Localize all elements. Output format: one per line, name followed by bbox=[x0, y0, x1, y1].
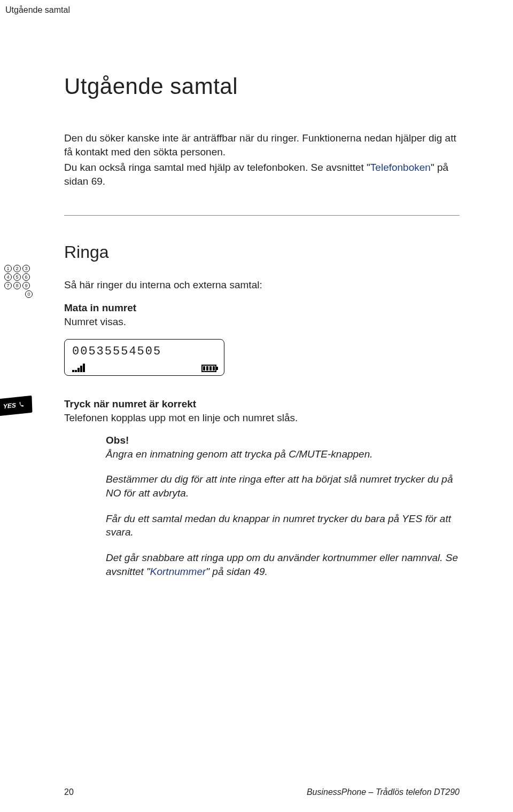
product-name: BusinessPhone – Trådlös telefon DT290 bbox=[307, 787, 460, 797]
handset-icon bbox=[18, 401, 26, 409]
ringa-instr-3-normal: Telefonen kopplas upp mot en linje och n… bbox=[64, 412, 298, 423]
note-2: Bestämmer du dig för att inte ringa efte… bbox=[106, 472, 460, 500]
intro-paragraph-2: Du kan också ringa samtal med hjälp av t… bbox=[64, 161, 460, 188]
link-kortnummer[interactable]: Kortnummer bbox=[150, 566, 206, 577]
keypad-key: 6 bbox=[22, 273, 30, 281]
page-number: 20 bbox=[64, 787, 74, 797]
section-heading-ringa: Ringa bbox=[64, 242, 460, 262]
keypad-key: 2 bbox=[13, 265, 21, 272]
battery-icon bbox=[201, 365, 216, 372]
ringa-instr-2-normal: Numret visas. bbox=[64, 316, 126, 327]
keypad-key: 5 bbox=[13, 273, 21, 281]
keypad-key: 3 bbox=[22, 265, 30, 272]
keypad-key: 1 bbox=[4, 265, 12, 272]
yes-button-icon: YES bbox=[0, 396, 33, 416]
divider bbox=[64, 215, 460, 216]
running-header: Utgående samtal bbox=[0, 0, 513, 15]
keypad-icon: 1 2 3 4 5 6 7 8 9 0 bbox=[4, 265, 53, 298]
keypad-key: 7 bbox=[4, 282, 12, 289]
note-1: Ångra en inmatning genom att trycka på C… bbox=[106, 447, 460, 461]
keypad-key: 0 bbox=[25, 290, 33, 298]
phone-display: 00535554505 bbox=[64, 339, 224, 376]
page-title: Utgående samtal bbox=[64, 74, 460, 99]
link-telefonboken[interactable]: Telefonboken bbox=[370, 162, 431, 173]
keypad-key: 8 bbox=[13, 282, 21, 289]
note-3: Får du ett samtal medan du knappar in nu… bbox=[106, 512, 460, 539]
ringa-instr-3-bold: Tryck när numret är korrekt bbox=[64, 398, 196, 409]
keypad-key: 9 bbox=[22, 282, 30, 289]
display-number: 00535554505 bbox=[72, 345, 216, 358]
note-4: Det går snabbare att ringa upp om du anv… bbox=[106, 551, 460, 578]
note-title: Obs! bbox=[106, 435, 460, 446]
ringa-instr-2-bold: Mata in numret bbox=[64, 302, 136, 313]
yes-label: YES bbox=[3, 401, 16, 410]
note-4b: " på sidan 49. bbox=[206, 566, 268, 577]
intro-paragraph-1: Den du söker kanske inte är anträffbar n… bbox=[64, 131, 460, 159]
intro-text-a: Du kan också ringa samtal med hjälp av t… bbox=[64, 162, 370, 173]
keypad-key: 4 bbox=[4, 273, 12, 281]
signal-icon bbox=[72, 364, 85, 372]
ringa-instr-1: Så här ringer du interna och externa sam… bbox=[64, 278, 460, 292]
